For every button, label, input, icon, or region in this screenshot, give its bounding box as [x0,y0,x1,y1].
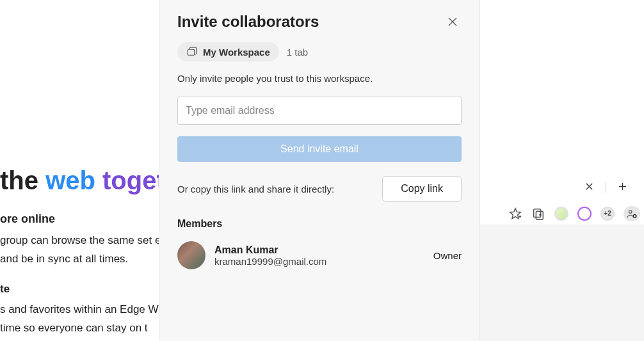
member-left: Aman Kumar kraman19999@gmail.com [177,241,326,269]
bg-headline-text: the [0,166,45,194]
collections-icon[interactable] [531,207,545,221]
tab-count: 1 tab [287,47,308,58]
trust-text: Only invite people you trust to this wor… [177,73,462,84]
workspace-icon [186,46,198,58]
bg-p1: group can browse the same set es and be … [0,232,166,269]
invite-collaborators-panel: Invite collaborators My Workspace 1 tab … [159,0,480,341]
browser-content-area [480,225,644,341]
member-name: Aman Kumar [214,244,326,256]
copy-link-row: Or copy this link and share it directly:… [177,176,462,202]
member-email: kraman19999@gmail.com [214,256,326,267]
favorites-icon[interactable] [508,207,522,221]
member-role: Owner [433,250,462,261]
member-avatar [177,241,205,269]
workspace-name: My Workspace [203,47,270,58]
close-tab-icon[interactable] [584,182,594,194]
manage-members-button[interactable] [624,206,640,221]
tab-strip [480,178,644,197]
bg-p2: s and favorites within an Edge W-time so… [0,301,166,338]
svg-point-11 [629,210,632,213]
browser-toolbar: +2 [480,202,644,225]
presence-avatar-2[interactable] [577,207,592,221]
new-tab-icon[interactable] [618,182,627,194]
workspace-row: My Workspace 1 tab [177,42,462,61]
member-row: Aman Kumar kraman19999@gmail.com Owner [177,241,462,269]
bg-sub2: te [0,283,10,296]
bg-headline: the web toget [0,166,165,195]
bg-headline-accent1: web [45,166,102,194]
presence-extra-count[interactable]: +2 [600,207,615,221]
close-button[interactable] [444,13,462,31]
svg-rect-8 [536,211,543,219]
copy-link-button[interactable]: Copy link [382,176,462,202]
bg-headline-accent2: toget [102,166,165,194]
workspace-pill[interactable]: My Workspace [177,42,279,61]
email-input[interactable] [177,97,462,125]
panel-header: Invite collaborators [177,13,462,31]
send-invite-button[interactable]: Send invite email [177,136,462,162]
svg-rect-7 [534,209,541,217]
panel-title: Invite collaborators [177,13,319,31]
bg-sub1: ore online [0,212,55,226]
svg-rect-17 [188,49,195,55]
copy-link-text: Or copy this link and share it directly: [177,184,334,194]
member-info: Aman Kumar kraman19999@gmail.com [214,244,326,267]
svg-marker-4 [510,208,521,218]
tab-divider [606,182,606,193]
members-title: Members [177,218,462,230]
close-icon [447,17,458,27]
presence-avatar-1[interactable] [554,207,568,221]
